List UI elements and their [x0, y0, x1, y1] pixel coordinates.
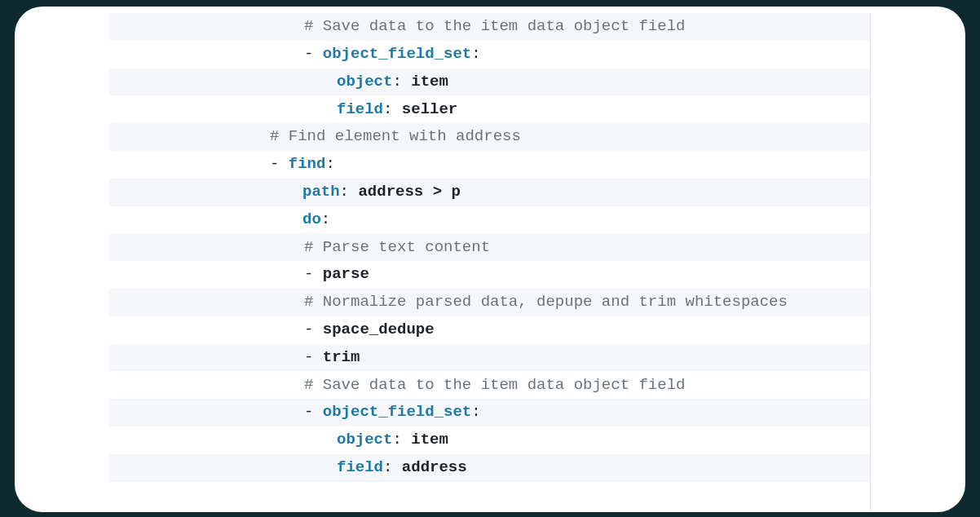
- code-line: - space_dedupe: [109, 316, 870, 344]
- comment-text: # Save data to the item data object fiel…: [304, 372, 685, 399]
- yaml-colon: :: [340, 179, 359, 205]
- code-line: # Save data to the item data object fiel…: [109, 13, 870, 41]
- yaml-value: trim: [323, 344, 360, 371]
- yaml-key: object: [337, 426, 392, 453]
- yaml-value: seller: [402, 96, 457, 123]
- code-line: object: item: [109, 68, 870, 96]
- yaml-colon: :: [383, 454, 402, 481]
- code-line: field: seller: [109, 95, 870, 123]
- yaml-key: field: [337, 96, 383, 123]
- code-line: path: address > p: [109, 179, 870, 206]
- yaml-dash: -: [304, 399, 323, 426]
- yaml-key: field: [337, 454, 383, 481]
- yaml-colon: :: [392, 426, 411, 453]
- yaml-dash: -: [304, 344, 323, 371]
- code-block: # Save data to the item data object fiel…: [109, 13, 871, 512]
- yaml-colon: :: [321, 206, 330, 233]
- yaml-value: item: [411, 426, 448, 453]
- yaml-value: item: [411, 68, 448, 95]
- comment-text: # Parse text content: [304, 234, 490, 261]
- code-line: - find:: [109, 151, 870, 179]
- yaml-dash: -: [304, 316, 323, 343]
- yaml-value: parse: [323, 261, 369, 288]
- comment-text: # Normalize parsed data, depupe and trim…: [304, 289, 788, 316]
- code-line: - object_field_set:: [109, 41, 870, 68]
- yaml-colon: :: [383, 96, 402, 123]
- yaml-key: path: [302, 179, 340, 205]
- yaml-colon: :: [392, 68, 411, 95]
- comment-text: # Find element with address: [270, 123, 521, 150]
- yaml-key: do: [302, 206, 321, 233]
- yaml-value: space_dedupe: [323, 316, 435, 343]
- code-line: # Normalize parsed data, depupe and trim…: [109, 289, 870, 316]
- code-card: # Save data to the item data object fiel…: [15, 7, 965, 512]
- code-line: field: address: [109, 454, 870, 482]
- code-line: do:: [109, 206, 870, 234]
- comment-text: # Save data to the item data object fiel…: [304, 13, 685, 40]
- code-line: - object_field_set:: [109, 399, 870, 426]
- yaml-colon: :: [471, 399, 480, 426]
- yaml-colon: :: [471, 41, 480, 68]
- yaml-key: object_field_set: [323, 41, 471, 68]
- code-line: - parse: [109, 261, 870, 289]
- code-line: # Find element with address: [109, 123, 870, 151]
- yaml-dash: -: [304, 41, 323, 68]
- code-line: # Parse text content: [109, 233, 870, 261]
- code-line: object: item: [109, 426, 870, 454]
- yaml-colon: :: [325, 151, 334, 178]
- code-line: # Save data to the item data object fiel…: [109, 371, 870, 399]
- yaml-dash: -: [270, 151, 289, 178]
- yaml-key: find: [289, 151, 326, 178]
- yaml-value: address: [402, 454, 467, 481]
- code-line: - trim: [109, 344, 870, 372]
- yaml-value: address > p: [358, 179, 460, 205]
- yaml-key: object_field_set: [323, 399, 471, 426]
- yaml-key: object: [337, 68, 392, 95]
- yaml-dash: -: [304, 261, 323, 288]
